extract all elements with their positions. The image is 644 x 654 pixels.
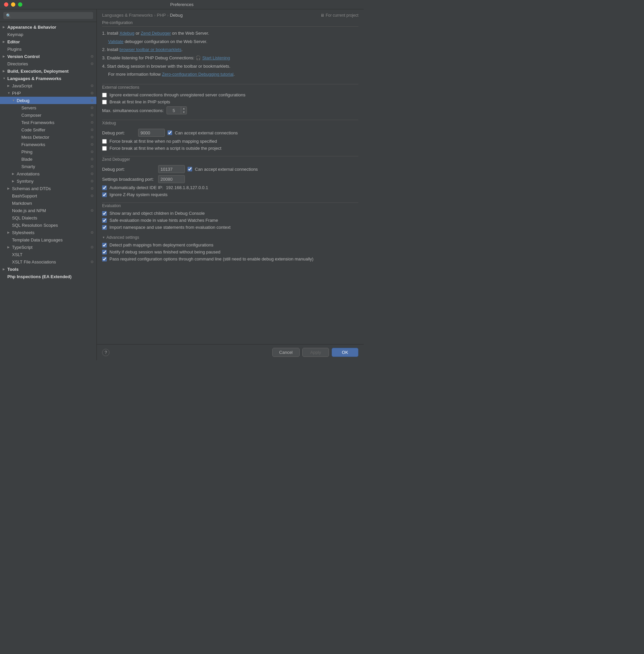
ok-button[interactable]: OK — [332, 348, 359, 357]
sidebar-item-annotations[interactable]: Annotations⚙ — [0, 170, 96, 177]
xdebug-link[interactable]: Xdebug — [119, 31, 135, 36]
sidebar-item-mess-detector[interactable]: Mess Detector⚙ — [0, 134, 96, 141]
sidebar-item-smarty[interactable]: Smarty⚙ — [0, 163, 96, 170]
notify-debug-label: Notify if debug session was finished wit… — [110, 249, 220, 255]
ignore-external-row: Ignore external connections through unre… — [102, 92, 359, 97]
pre-config-content: 1. Install Xdebug or Zend Debugger on th… — [102, 29, 359, 79]
sidebar-item-xslt[interactable]: XSLT — [0, 251, 96, 258]
sidebar-item-template-data[interactable]: Template Data Languages — [0, 236, 96, 243]
show-array-checkbox[interactable] — [102, 211, 107, 216]
gear-icon-stylesheets: ⚙ — [90, 231, 94, 235]
auto-detect-label: Automatically detect IDE IP: — [110, 185, 163, 190]
start-listening-link[interactable]: Start Listening — [202, 55, 230, 60]
sidebar-item-version-control[interactable]: Version Control⚙ — [0, 53, 96, 60]
window-title: Preferences — [170, 2, 193, 7]
sidebar-item-editor[interactable]: Editor — [0, 38, 96, 45]
notify-debug-checkbox[interactable] — [102, 250, 107, 255]
advanced-header[interactable]: ▼ Advanced settings — [102, 235, 359, 240]
xdebug-label: Xdebug — [102, 121, 359, 125]
apply-button[interactable]: Apply — [302, 348, 329, 357]
break-first-line-checkbox[interactable] — [102, 100, 107, 104]
xdebug-accept-checkbox[interactable] — [167, 130, 172, 135]
zend-port-row: Debug port: Can accept external connecti… — [102, 165, 359, 173]
ignore-zray-checkbox[interactable] — [102, 192, 107, 197]
max-connections-input[interactable] — [166, 106, 181, 114]
safe-eval-checkbox[interactable] — [102, 218, 107, 223]
sidebar-item-languages[interactable]: Languages & Frameworks — [0, 75, 96, 82]
search-input[interactable] — [13, 13, 90, 18]
validate-link[interactable]: Validate — [108, 39, 123, 44]
gear-icon-schemas-dtds: ⚙ — [90, 187, 94, 191]
sidebar-label-php: PHP — [12, 91, 90, 96]
sidebar-label-smarty: Smarty — [21, 164, 90, 169]
zero-config-link[interactable]: Zero-configuration Debugging tutorial — [162, 72, 234, 77]
zend-accept-checkbox[interactable] — [187, 167, 192, 171]
zend-port-input[interactable] — [158, 165, 185, 173]
sidebar-item-blade[interactable]: Blade⚙ — [0, 155, 96, 163]
main-layout: 🔍 Appearance & BehaviorKeymapEditorPlugi… — [0, 9, 364, 360]
sidebar-label-test-frameworks: Test Frameworks — [21, 120, 90, 125]
sidebar-item-xslt-file[interactable]: XSLT File Associations⚙ — [0, 258, 96, 265]
sidebar-item-sql-resolution[interactable]: SQL Resolution Scopes — [0, 221, 96, 229]
pass-config-checkbox[interactable] — [102, 257, 107, 262]
sidebar-item-tools[interactable]: Tools — [0, 265, 96, 273]
sidebar-item-plugins[interactable]: Plugins — [0, 45, 96, 53]
spinner-down[interactable]: ▼ — [181, 111, 186, 114]
sidebar-item-phing[interactable]: Phing⚙ — [0, 148, 96, 155]
minimize-button[interactable] — [11, 2, 15, 7]
window-controls[interactable] — [4, 2, 22, 7]
tree-arrow-javascript — [7, 84, 12, 88]
sidebar-item-php[interactable]: PHP⚙ — [0, 89, 96, 97]
sidebar-item-code-sniffer[interactable]: Code Sniffer⚙ — [0, 126, 96, 134]
sidebar-item-build[interactable]: Build, Execution, Deployment — [0, 67, 96, 75]
sidebar-item-nodejs[interactable]: Node.js and NPM⚙ — [0, 207, 96, 214]
force-break-outside-checkbox[interactable] — [102, 146, 107, 151]
tree-arrow-schemas-dtds — [7, 187, 12, 190]
content-scroll: Pre-configuration 1. Install Xdebug or Z… — [97, 20, 364, 344]
zend-settings-port-input[interactable] — [158, 175, 185, 183]
sidebar-label-symfony: Symfony — [17, 179, 90, 184]
sidebar-item-servers[interactable]: Servers⚙ — [0, 104, 96, 112]
help-button[interactable]: ? — [102, 349, 110, 356]
maximize-button[interactable] — [18, 2, 22, 7]
sidebar-label-template-data: Template Data Languages — [12, 238, 94, 242]
tree-arrow-php — [7, 91, 12, 95]
close-button[interactable] — [4, 2, 8, 7]
gear-icon-javascript: ⚙ — [90, 84, 94, 88]
sidebar-item-keymap[interactable]: Keymap — [0, 31, 96, 38]
import-namespace-checkbox[interactable] — [102, 225, 107, 230]
sidebar-item-sql-dialects[interactable]: SQL Dialects — [0, 214, 96, 221]
sidebar-label-appearance: Appearance & Behavior — [7, 25, 94, 30]
sidebar-item-debug[interactable]: Debug⚙ — [0, 97, 96, 104]
gear-icon-directories: ⚙ — [90, 62, 94, 66]
xdebug-port-input[interactable] — [138, 129, 165, 137]
sidebar-item-frameworks[interactable]: Frameworks⚙ — [0, 141, 96, 148]
breadcrumb-part-1: Languages & Frameworks — [102, 13, 153, 18]
sidebar-item-stylesheets[interactable]: Stylesheets⚙ — [0, 229, 96, 236]
breadcrumb-current: Debug — [170, 13, 183, 18]
sidebar-label-directories: Directories — [7, 62, 90, 66]
sidebar-item-markdown[interactable]: Markdown — [0, 199, 96, 207]
sidebar-item-schemas-dtds[interactable]: Schemas and DTDs⚙ — [0, 185, 96, 192]
sidebar-item-javascript[interactable]: JavaScript⚙ — [0, 82, 96, 89]
sidebar-item-typescript[interactable]: TypeScript⚙ — [0, 243, 96, 251]
browser-toolbar-link[interactable]: browser toolbar or bookmarklets — [119, 47, 182, 52]
sidebar-item-composer[interactable]: Composer⚙ — [0, 112, 96, 119]
zend-debugger-link[interactable]: Zend Debugger — [141, 31, 171, 36]
zend-settings-port-row: Settings broadcasting port: — [102, 175, 359, 183]
auto-detect-checkbox[interactable] — [102, 186, 107, 190]
cancel-button[interactable]: Cancel — [272, 348, 300, 357]
sidebar-label-composer: Composer — [21, 113, 90, 118]
sidebar-item-test-frameworks[interactable]: Test Frameworks⚙ — [0, 119, 96, 126]
search-wrap[interactable]: 🔍 — [3, 12, 93, 19]
sidebar-item-symfony[interactable]: Symfony⚙ — [0, 177, 96, 185]
ignore-external-checkbox[interactable] — [102, 93, 107, 97]
sidebar-item-bashsupport[interactable]: BashSupport⚙ — [0, 192, 96, 199]
sidebar-item-php-inspections[interactable]: Php Inspections (EA Extended) — [0, 273, 96, 280]
force-break-no-mapping-checkbox[interactable] — [102, 139, 107, 144]
sidebar-item-directories[interactable]: Directories⚙ — [0, 60, 96, 67]
pre-config-line-validate: Validate debugger configuration on the W… — [108, 38, 359, 46]
detect-path-checkbox[interactable] — [102, 243, 107, 247]
spinner-up[interactable]: ▲ — [181, 107, 186, 111]
sidebar-item-appearance[interactable]: Appearance & Behavior — [0, 23, 96, 31]
